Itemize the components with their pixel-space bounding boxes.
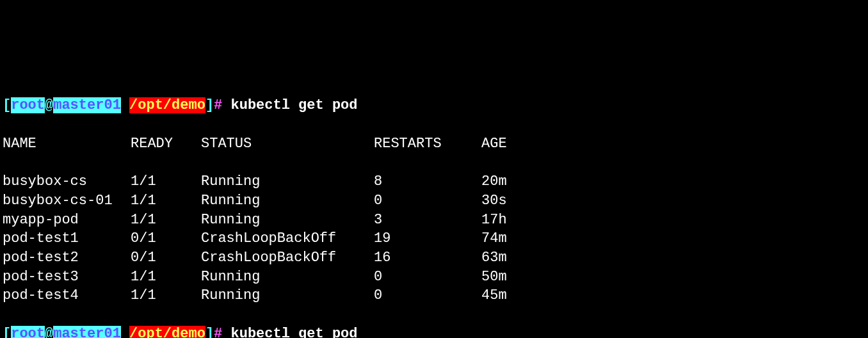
- table-row: myapp-pod1/1Running317h: [3, 211, 865, 230]
- cell-restarts: 0: [374, 268, 481, 287]
- cell-name: myapp-pod: [3, 211, 131, 230]
- cell-status: CrashLoopBackOff: [201, 229, 374, 248]
- prompt-user: root: [11, 326, 45, 338]
- cell-restarts: 0: [374, 286, 481, 305]
- cell-ready: 1/1: [131, 172, 201, 191]
- command-text: kubectl get pod: [222, 97, 357, 113]
- cell-name: pod-test2: [3, 248, 131, 268]
- prompt-host: master01: [53, 97, 121, 113]
- prompt-bracket-open: [: [3, 97, 11, 113]
- terminal-output: [root@master01 /opt/demo]# kubectl get p…: [3, 77, 865, 338]
- prompt-space: [121, 97, 129, 113]
- cell-age: 20m: [481, 172, 545, 191]
- cell-status: Running: [201, 211, 374, 230]
- cell-age: 74m: [481, 229, 545, 248]
- cell-age: 30s: [481, 191, 545, 211]
- header-status: STATUS: [201, 134, 374, 154]
- cell-ready: 1/1: [131, 191, 201, 211]
- prompt-host: master01: [53, 326, 121, 338]
- cell-restarts: 19: [374, 229, 481, 248]
- prompt-bracket-close: ]: [205, 97, 214, 113]
- cell-status: Running: [201, 172, 374, 191]
- table-row: pod-test31/1Running050m: [3, 268, 865, 287]
- header-restarts: RESTARTS: [374, 134, 481, 154]
- cell-name: busybox-cs-01: [3, 191, 131, 211]
- cell-status: Running: [201, 191, 374, 211]
- cell-age: 17h: [481, 211, 545, 230]
- cell-age: 63m: [481, 248, 545, 268]
- cell-restarts: 3: [374, 211, 481, 230]
- cell-ready: 0/1: [131, 229, 201, 248]
- cell-name: pod-test3: [3, 268, 131, 287]
- cell-restarts: 0: [374, 191, 481, 211]
- prompt-hash: #: [214, 97, 222, 113]
- cell-ready: 0/1: [131, 248, 201, 268]
- cell-age: 45m: [481, 286, 545, 305]
- prompt-line-1[interactable]: [root@master01 /opt/demo]# kubectl get p…: [3, 96, 865, 115]
- cell-name: pod-test1: [3, 229, 131, 248]
- cell-name: busybox-cs: [3, 172, 131, 191]
- cell-name: pod-test4: [3, 286, 131, 305]
- table-row: busybox-cs-011/1Running030s: [3, 191, 865, 211]
- cell-age: 50m: [481, 268, 545, 287]
- table-row: pod-test41/1Running045m: [3, 286, 865, 305]
- prompt-space: [121, 326, 129, 338]
- cell-status: CrashLoopBackOff: [201, 248, 374, 268]
- command-text: kubectl get pod: [222, 326, 357, 338]
- header-name: NAME: [3, 134, 131, 154]
- prompt-line-2[interactable]: [root@master01 /opt/demo]# kubectl get p…: [3, 325, 865, 338]
- prompt-at: @: [45, 97, 53, 113]
- prompt-hash: #: [214, 326, 222, 338]
- prompt-user: root: [11, 97, 45, 113]
- table-row: busybox-cs1/1Running820m: [3, 172, 865, 191]
- header-age: AGE: [481, 134, 545, 154]
- cell-status: Running: [201, 286, 374, 305]
- cell-restarts: 16: [374, 248, 481, 268]
- table-row: pod-test20/1CrashLoopBackOff1663m: [3, 248, 865, 268]
- prompt-at: @: [45, 326, 53, 338]
- prompt-bracket-open: [: [3, 326, 11, 338]
- prompt-path: /opt/demo: [129, 326, 205, 338]
- header-ready: READY: [131, 134, 201, 154]
- table-header: NAMEREADYSTATUSRESTARTSAGE: [3, 134, 865, 154]
- prompt-bracket-close: ]: [205, 326, 214, 338]
- cell-ready: 1/1: [131, 286, 201, 305]
- cell-status: Running: [201, 268, 374, 287]
- cell-restarts: 8: [374, 172, 481, 191]
- table-row: pod-test10/1CrashLoopBackOff1974m: [3, 229, 865, 248]
- cell-ready: 1/1: [131, 268, 201, 287]
- cell-ready: 1/1: [131, 211, 201, 230]
- prompt-path: /opt/demo: [129, 97, 205, 113]
